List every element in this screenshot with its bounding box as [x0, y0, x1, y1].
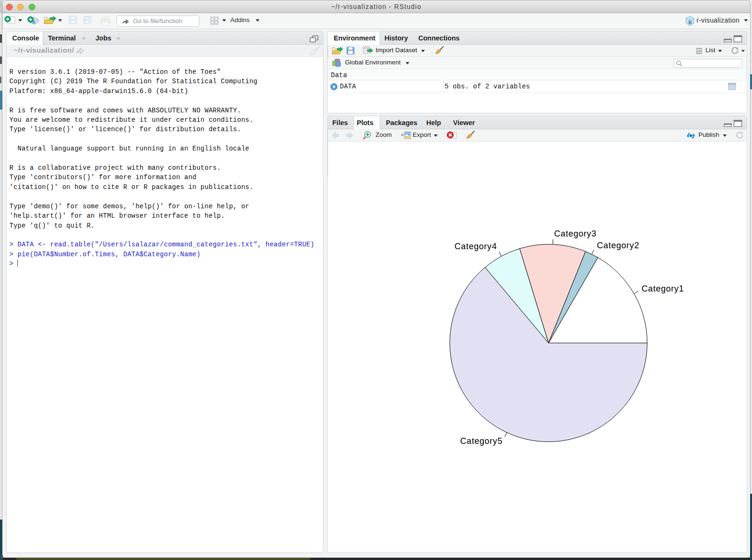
svg-text:R: R [689, 19, 693, 25]
svg-text:Category1: Category1 [642, 284, 684, 293]
svg-text:Category4: Category4 [454, 242, 497, 251]
svg-text:Category3: Category3 [554, 229, 596, 238]
svg-text:Category2: Category2 [597, 241, 639, 250]
svg-text:Category5: Category5 [460, 436, 502, 446]
